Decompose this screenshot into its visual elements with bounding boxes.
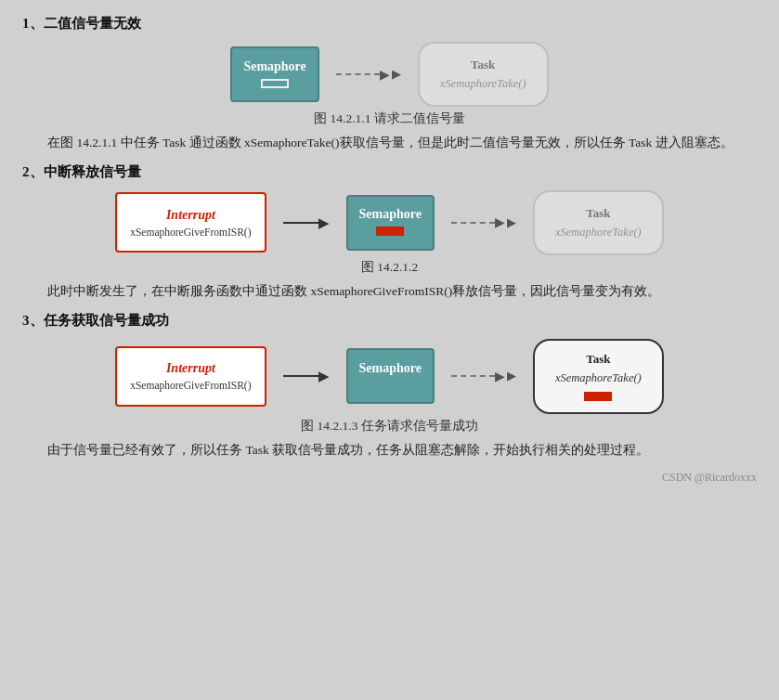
task-box-active-3: Task xSemaphoreTake() (533, 339, 664, 414)
desc-text-3: 由于信号量已经有效了，所以任务 Task 获取信号量成功，任务从阻塞态解除，开始… (22, 440, 757, 461)
semaphore-box-3: Semaphore (346, 348, 435, 404)
task-box-inactive-1: Task xSemaphoreTake() (418, 42, 549, 107)
section-3: 3、任务获取信号量成功 Interrupt xSemaphoreGiveFrom… (22, 312, 757, 461)
task-title-1: Task (471, 58, 495, 72)
interrupt-box-3: Interrupt xSemaphoreGiveFromISR() (115, 346, 266, 407)
dashed-arrow-3: ▶ (451, 369, 516, 384)
semaphore-indicator-red-2 (376, 227, 404, 236)
semaphore-box-2: Semaphore (346, 195, 435, 251)
desc-text-1: 在图 14.2.1.1 中任务 Task 通过函数 xSemaphoreTake… (22, 133, 757, 154)
section-3-title: 3、任务获取信号量成功 (22, 312, 757, 330)
task-indicator-red-3 (584, 392, 612, 401)
task-func-3: xSemaphoreTake() (555, 371, 642, 385)
dashed-arrow-2: ▶ (451, 214, 516, 230)
desc-text-2: 此时中断发生了，在中断服务函数中通过函数 xSemaphoreGiveFromI… (22, 281, 757, 303)
task-box-inactive-2: Task xSemaphoreTake() (533, 190, 664, 255)
diagram-3: Interrupt xSemaphoreGiveFromISR() ▶ Sema… (22, 339, 757, 414)
semaphore-label-2: Semaphore (359, 207, 422, 222)
diagram-2: Interrupt xSemaphoreGiveFromISR() ▶ Sema… (22, 190, 757, 255)
section-2: 2、中断释放信号量 Interrupt xSemaphoreGiveFromIS… (22, 163, 757, 303)
interrupt-title-3: Interrupt (166, 361, 215, 376)
fig-caption-3: 图 14.2.1.3 任务请求信号量成功 (22, 418, 757, 434)
semaphore-box-1: Semaphore (230, 46, 318, 102)
semaphore-label-1: Semaphore (243, 59, 305, 74)
interrupt-box-2: Interrupt xSemaphoreGiveFromISR() (115, 192, 266, 253)
semaphore-label-3: Semaphore (359, 361, 422, 376)
solid-arrow-3: ▶ (283, 368, 330, 384)
dashed-arrow-1: ▶ (336, 67, 401, 83)
section-1-title: 1、二值信号量无效 (22, 15, 757, 32)
task-title-3: Task (586, 352, 610, 367)
fig-caption-2: 图 14.2.1.2 (22, 259, 757, 276)
semaphore-indicator-3 (376, 381, 404, 390)
solid-arrow-2: ▶ (283, 214, 330, 231)
task-func-2: xSemaphoreTake() (555, 226, 642, 240)
task-title-2: Task (586, 206, 610, 221)
interrupt-title-2: Interrupt (166, 208, 215, 223)
footer: CSDN @Ricardoxxx (22, 471, 757, 485)
task-func-1: xSemaphoreTake() (440, 77, 526, 91)
fig-caption-1: 图 14.2.1.1 请求二值信号量 (22, 110, 757, 127)
section-2-title: 2、中断释放信号量 (22, 163, 757, 181)
diagram-1: Semaphore ▶ Task xSemaphoreTake() (22, 42, 757, 107)
interrupt-func-2: xSemaphoreGiveFromISR() (130, 227, 251, 238)
semaphore-indicator-empty-1 (261, 79, 289, 88)
interrupt-func-3: xSemaphoreGiveFromISR() (130, 380, 251, 391)
section-1: 1、二值信号量无效 Semaphore ▶ Task xSemaphoreTak… (22, 15, 757, 154)
